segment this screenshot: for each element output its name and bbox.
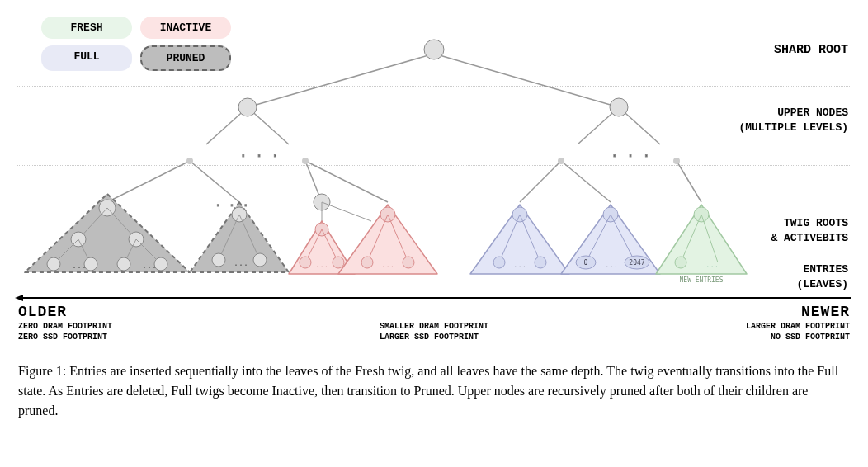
- svg-point-51: [493, 257, 505, 268]
- twig-pruned-small: ...: [190, 202, 289, 272]
- twig-full-1: ...: [470, 205, 569, 274]
- twig-fresh: ... NEW ENTRIES: [656, 205, 747, 284]
- full-leaf-min: 0: [584, 259, 588, 267]
- newer-title: NEWER: [746, 304, 850, 320]
- svg-text:. . .: . . .: [239, 146, 279, 161]
- full-leaf-max: 2047: [629, 259, 644, 267]
- svg-line-12: [677, 161, 701, 202]
- tree-diagram: ... ... ... ... ...: [0, 0, 868, 314]
- svg-point-71: [558, 158, 564, 164]
- older-line2: ZERO SSD FOOTPRINT: [18, 333, 112, 342]
- svg-line-6: [107, 161, 190, 202]
- shard-root-node: [424, 40, 444, 59]
- svg-point-63: [675, 257, 686, 268]
- figure-caption: Figure 1: Entries are inserted sequentia…: [18, 361, 850, 421]
- svg-point-40: [333, 257, 344, 268]
- svg-text:...: ...: [513, 261, 526, 269]
- timeline-older: OLDER ZERO DRAM FOOTPRINT ZERO SSD FOOTP…: [18, 304, 112, 342]
- twig-full-2: 0 2047 ...: [561, 205, 660, 274]
- timeline-arrow: [17, 297, 851, 299]
- svg-text:...: ...: [605, 261, 618, 269]
- timeline-mid: SMALLER DRAM FOOTPRINT LARGER SSD FOOTPR…: [380, 320, 488, 342]
- upper-nodes: . . . . . . . . .: [186, 40, 680, 210]
- svg-point-45: [361, 257, 373, 268]
- svg-line-0: [248, 54, 434, 107]
- svg-point-31: [212, 253, 225, 267]
- mid-line1: SMALLER DRAM FOOTPRINT: [380, 322, 488, 331]
- svg-point-22: [47, 257, 60, 271]
- svg-line-1: [434, 54, 619, 107]
- older-title: OLDER: [18, 304, 112, 320]
- edges: [107, 54, 701, 202]
- timeline-newer: NEWER LARGER DRAM FOOTPRINT NO SSD FOOTP…: [746, 304, 850, 342]
- svg-point-24: [117, 257, 130, 271]
- mid-line2: LARGER SSD FOOTPRINT: [380, 333, 488, 342]
- svg-point-70: [302, 158, 309, 164]
- svg-text:...: ...: [234, 258, 248, 267]
- twig-pruned-large: ... ...: [25, 194, 190, 272]
- svg-text:...: ...: [142, 261, 157, 270]
- svg-text:...: ...: [381, 261, 394, 269]
- svg-point-66: [610, 98, 628, 116]
- svg-point-69: [186, 158, 193, 164]
- svg-point-52: [535, 257, 546, 268]
- svg-text:...: ...: [72, 261, 87, 270]
- svg-line-35: [322, 202, 371, 221]
- svg-line-11: [561, 161, 611, 202]
- older-line1: ZERO DRAM FOOTPRINT: [18, 322, 112, 331]
- svg-point-65: [238, 98, 257, 116]
- svg-line-10: [520, 161, 561, 202]
- svg-text:. . .: . . .: [215, 196, 249, 210]
- twig-inactive-2: ...: [338, 205, 437, 274]
- svg-point-39: [300, 257, 311, 268]
- svg-text:. . .: . . .: [611, 146, 650, 161]
- newer-line2: NO SSD FOOTPRINT: [746, 333, 850, 342]
- svg-text:...: ...: [705, 261, 719, 269]
- new-entries-label: NEW ENTRIES: [680, 276, 724, 284]
- svg-point-72: [673, 158, 680, 164]
- svg-point-46: [403, 257, 414, 268]
- svg-text:...: ...: [315, 261, 328, 269]
- newer-line1: LARGER DRAM FOOTPRINT: [746, 322, 850, 331]
- svg-point-32: [253, 253, 267, 267]
